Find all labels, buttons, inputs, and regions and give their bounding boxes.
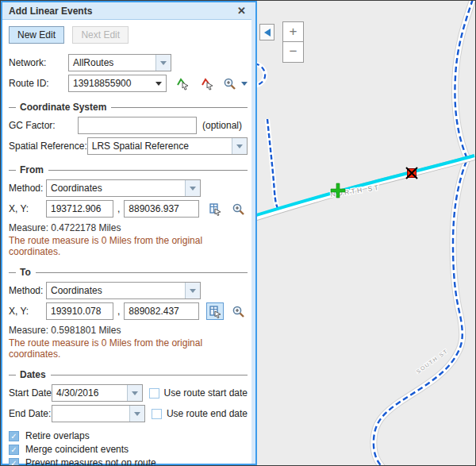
- to-method-label: Method:: [9, 285, 46, 296]
- merge-coincident-events-checkbox[interactable]: ✓: [9, 445, 19, 455]
- start-date-picker[interactable]: 4/30/2016: [52, 384, 143, 402]
- to-xy-label: X, Y:: [9, 306, 46, 317]
- prevent-measures-checkbox[interactable]: ✓: [9, 458, 19, 466]
- coordinate-system-section-header: Coordinate System: [9, 102, 248, 113]
- collapse-panel-button[interactable]: [259, 24, 274, 40]
- map-graphics: NORTH ST SOUTH ST: [257, 1, 476, 466]
- to-method-select[interactable]: Coordinates: [46, 282, 201, 299]
- start-date-label: Start Date:: [9, 387, 52, 399]
- zoom-out-button[interactable]: −: [282, 42, 304, 63]
- retire-overlaps-checkbox[interactable]: ✓: [9, 431, 19, 441]
- from-method-dropdown-button[interactable]: [185, 180, 200, 196]
- close-icon[interactable]: ✕: [237, 5, 246, 17]
- chevron-down-icon: [160, 61, 167, 65]
- to-measure-text: Measure: 0.5981801 Miles: [9, 325, 248, 336]
- to-x-input[interactable]: [46, 302, 113, 320]
- route-id-combobox[interactable]: 13918855900: [68, 75, 167, 92]
- edit-buttons-row: New Edit Next Edit: [9, 26, 248, 44]
- magnifier-plus-icon: [232, 202, 245, 216]
- select-route-green-icon: [176, 77, 190, 91]
- network-value: AllRoutes: [69, 57, 155, 68]
- chevron-down-icon: [190, 187, 196, 191]
- road-casing-fill: [374, 1, 473, 466]
- gc-factor-input[interactable]: [78, 117, 197, 134]
- to-pick-coordinates-button-active[interactable]: [206, 302, 224, 320]
- chevron-down-icon: [241, 82, 248, 86]
- to-method-value: Coordinates: [47, 285, 185, 296]
- panel-title: Add Linear Events: [9, 6, 237, 17]
- map-zoom-control: + −: [282, 21, 304, 63]
- from-y-input[interactable]: [124, 200, 199, 218]
- from-x-input[interactable]: [46, 200, 113, 218]
- route-id-label: Route ID:: [9, 78, 68, 89]
- section-title: Coordinate System: [20, 102, 106, 113]
- option-row: ✓ Merge coincident events: [9, 444, 248, 455]
- zoom-options-dropdown-button[interactable]: [241, 82, 248, 86]
- chevron-down-icon: [134, 412, 140, 416]
- from-measure-text: Measure: 0.4722178 Miles: [9, 222, 248, 233]
- select-route-from-map-button[interactable]: [174, 75, 191, 92]
- section-title: To: [20, 267, 31, 278]
- retire-overlaps-label: Retire overlaps: [25, 430, 90, 441]
- chevron-down-icon: [190, 289, 196, 293]
- from-method-label: Method:: [9, 183, 46, 194]
- start-date-value: 4/30/2016: [52, 387, 127, 399]
- route-id-value: 13918855900: [69, 78, 152, 89]
- spatial-reference-label: Spatial Reference:: [9, 141, 87, 152]
- panel-scrollbar[interactable]: [251, 2, 255, 464]
- to-zoom-to-point-button[interactable]: [229, 302, 247, 320]
- section-title: From: [20, 164, 44, 175]
- to-method-dropdown-button[interactable]: [185, 283, 200, 298]
- map-canvas[interactable]: NORTH ST SOUTH ST + −: [257, 1, 476, 466]
- chevron-down-icon: [132, 391, 138, 395]
- network-select[interactable]: AllRoutes: [68, 54, 171, 71]
- from-section-header: From: [9, 164, 248, 175]
- magnifier-plus-icon: [232, 305, 245, 318]
- zoom-to-route-button[interactable]: [221, 75, 238, 92]
- use-route-end-date-label: Use route end date: [167, 408, 248, 419]
- select-route-from-selection-button[interactable]: [198, 75, 216, 92]
- gc-factor-label: GC Factor:: [9, 120, 78, 131]
- from-method-select[interactable]: Coordinates: [46, 179, 201, 197]
- from-pick-coordinates-button[interactable]: [206, 200, 224, 218]
- network-dropdown-button[interactable]: [155, 55, 171, 71]
- chevron-left-icon: [264, 29, 271, 37]
- chevron-down-icon: [236, 144, 243, 148]
- use-route-end-date-checkbox[interactable]: [152, 409, 162, 419]
- xy-separator: ,: [117, 203, 120, 214]
- to-section-header: To: [9, 267, 248, 278]
- from-zoom-to-point-button[interactable]: [229, 200, 247, 218]
- spatial-reference-select[interactable]: LRS Spatial Reference: [87, 137, 248, 155]
- dates-section-header: Dates: [9, 369, 248, 380]
- merge-coincident-events-label: Merge coincident events: [25, 444, 129, 455]
- use-route-start-date-label: Use route start date: [164, 387, 248, 399]
- start-date-dropdown-button[interactable]: [127, 385, 142, 401]
- option-row: ✓ Prevent measures not on route: [9, 457, 248, 466]
- end-date-dropdown-button[interactable]: [129, 406, 144, 422]
- option-row: ✓ Retire overlaps: [9, 430, 248, 441]
- prevent-measures-label: Prevent measures not on route: [25, 457, 156, 466]
- select-route-red-icon: [201, 77, 214, 91]
- route-id-dropdown-button[interactable]: [152, 82, 166, 86]
- spatial-reference-dropdown-button[interactable]: [232, 138, 247, 154]
- optional-hint: (optional): [202, 120, 242, 131]
- spatial-reference-value: LRS Spatial Reference: [88, 141, 232, 152]
- from-method-value: Coordinates: [47, 183, 185, 194]
- next-edit-button: Next Edit: [72, 26, 129, 44]
- use-route-start-date-checkbox[interactable]: [149, 388, 159, 399]
- coordinate-picker-icon: [209, 202, 222, 216]
- end-date-picker[interactable]: [52, 405, 145, 422]
- panel-header: Add Linear Events ✕: [2, 2, 255, 20]
- network-label: Network:: [9, 57, 68, 68]
- section-title: Dates: [20, 369, 46, 380]
- from-warning-text: The route measure is 0 Miles from the or…: [9, 235, 248, 257]
- from-xy-label: X, Y:: [9, 203, 46, 214]
- new-edit-button[interactable]: New Edit: [9, 26, 64, 44]
- application-window: NORTH ST SOUTH ST + − Add Linear Events …: [0, 0, 476, 466]
- end-date-label: End Date:: [9, 408, 52, 419]
- to-warning-text: The route measure is 0 Miles from the or…: [9, 337, 248, 360]
- zoom-in-button[interactable]: +: [282, 21, 304, 42]
- to-y-input[interactable]: [124, 302, 199, 320]
- chevron-down-icon: [155, 82, 162, 86]
- coordinate-picker-icon: [209, 305, 222, 318]
